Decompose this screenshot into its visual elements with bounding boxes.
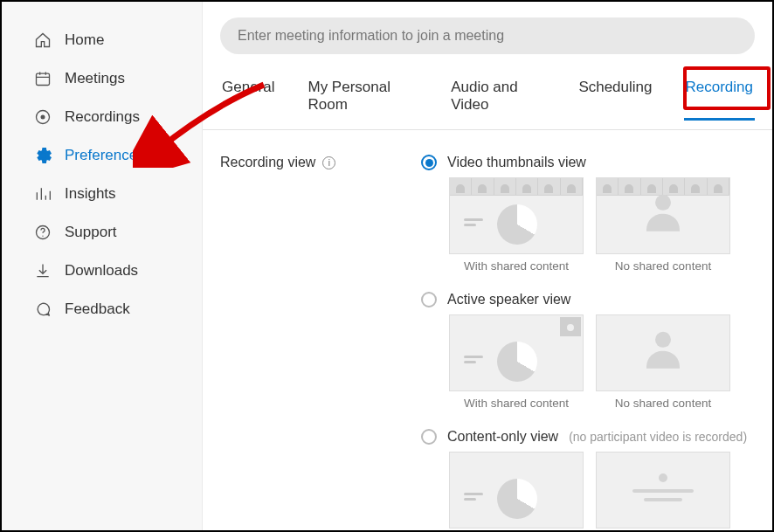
sidebar-item-meetings[interactable]: Meetings	[2, 59, 202, 98]
feedback-icon	[33, 300, 52, 319]
sidebar-item-insights[interactable]: Insights	[2, 175, 202, 213]
main: Enter meeting information to join a meet…	[203, 2, 772, 530]
sidebar-item-label: Meetings	[65, 70, 125, 87]
sidebar-item-label: Preferences	[65, 147, 145, 164]
option-hint: (no participant video is recorded)	[569, 430, 747, 444]
help-icon	[33, 223, 52, 242]
svg-point-4	[42, 236, 43, 237]
thumb-video-noshared[interactable]	[596, 177, 730, 254]
sidebar-item-label: Recordings	[65, 108, 140, 126]
sidebar-item-label: Home	[65, 31, 104, 49]
thumb-content-noshared[interactable]	[596, 452, 730, 529]
chart-icon	[33, 184, 52, 204]
thumb-caption: No shared content	[596, 259, 730, 273]
sidebar-item-home[interactable]: Home	[2, 21, 202, 59]
tab-audio-video[interactable]: Audio and Video	[449, 75, 547, 121]
svg-point-2	[41, 115, 45, 120]
thumb-content-shared[interactable]	[449, 452, 584, 529]
sidebar-item-feedback[interactable]: Feedback	[2, 290, 202, 328]
thumb-speaker-shared[interactable]	[449, 314, 584, 391]
calendar-icon	[33, 69, 52, 88]
tab-recording[interactable]: Recording	[684, 75, 756, 121]
info-icon[interactable]: i	[322, 156, 335, 169]
sidebar: Home Meetings Recordings Preferences Ins…	[2, 2, 203, 530]
sidebar-item-preferences[interactable]: Preferences	[2, 136, 202, 175]
tab-personal-room[interactable]: My Personal Room	[306, 75, 419, 121]
radio-active-speaker[interactable]	[421, 292, 437, 307]
home-icon	[33, 31, 52, 50]
gear-icon	[33, 146, 52, 165]
option-label: Content-only view	[447, 429, 558, 445]
preferences-tabs: General My Personal Room Audio and Video…	[203, 54, 772, 130]
recording-view-label: Recording view i	[220, 155, 421, 170]
radio-content-only[interactable]	[421, 429, 437, 445]
recording-view-options: Video thumbnails view With shared conten…	[421, 155, 755, 530]
option-label: Video thumbnails view	[447, 155, 586, 170]
thumb-video-shared[interactable]	[449, 177, 584, 254]
sidebar-item-recordings[interactable]: Recordings	[2, 98, 202, 136]
record-icon	[33, 107, 52, 127]
thumb-caption: With shared content	[449, 397, 584, 410]
sidebar-item-downloads[interactable]: Downloads	[2, 252, 202, 290]
sidebar-item-label: Support	[65, 224, 117, 241]
thumb-caption: With shared content	[449, 259, 584, 273]
radio-video-thumbnails[interactable]	[421, 155, 437, 170]
thumb-speaker-noshared[interactable]	[596, 314, 730, 391]
thumb-caption: No shared content	[596, 397, 730, 410]
sidebar-item-label: Insights	[65, 185, 116, 203]
download-icon	[33, 261, 52, 280]
svg-rect-0	[37, 73, 50, 85]
tab-scheduling[interactable]: Scheduling	[577, 75, 653, 121]
search-input[interactable]: Enter meeting information to join a meet…	[220, 17, 755, 54]
sidebar-item-label: Downloads	[65, 262, 138, 280]
option-label: Active speaker view	[447, 292, 570, 307]
sidebar-item-support[interactable]: Support	[2, 213, 202, 252]
sidebar-item-label: Feedback	[65, 301, 130, 318]
tab-general[interactable]: General	[220, 75, 276, 121]
